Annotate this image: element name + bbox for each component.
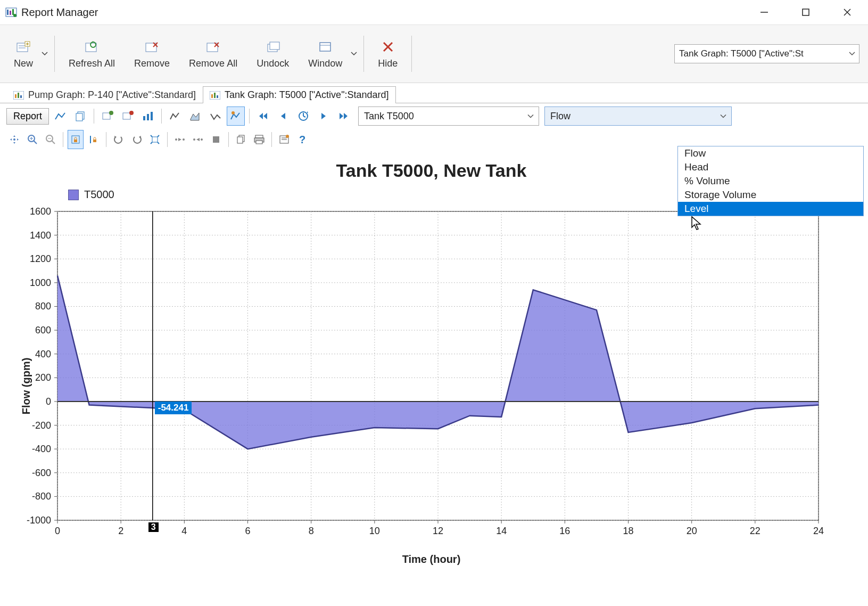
svg-text:4: 4 <box>181 526 187 536</box>
last-button[interactable] <box>335 107 353 126</box>
svg-rect-43 <box>147 114 149 120</box>
separator <box>54 36 55 72</box>
remove-icon <box>145 39 159 55</box>
chevron-down-icon <box>848 48 856 59</box>
new-dropdown[interactable] <box>39 25 50 83</box>
chart-plot[interactable]: Flow (gpm) -1000-800-600-400-20002004006… <box>10 206 853 566</box>
svg-text:-600: -600 <box>32 468 51 478</box>
report-button[interactable]: Report <box>6 108 49 125</box>
chart-svg: -1000-800-600-400-2000200400600800100012… <box>10 206 829 547</box>
svg-point-62 <box>175 138 177 141</box>
window-title: Report Manager <box>21 6 98 19</box>
svg-rect-2 <box>10 11 11 15</box>
nudge-left-button[interactable] <box>172 130 188 149</box>
svg-text:22: 22 <box>750 526 760 536</box>
svg-line-55 <box>52 141 55 144</box>
cursor-x-indicator: 3 <box>148 522 159 532</box>
svg-text:18: 18 <box>623 526 633 536</box>
cursor-tooltip: -54.241 <box>155 402 192 414</box>
help-button[interactable]: ? <box>294 130 310 149</box>
print-button[interactable] <box>251 130 267 149</box>
svg-rect-71 <box>256 141 262 144</box>
next-button[interactable] <box>315 107 333 126</box>
chart-type-1-button[interactable] <box>166 107 184 126</box>
window-dropdown[interactable] <box>349 25 359 83</box>
undock-button[interactable]: Undock <box>247 25 299 83</box>
dropdown-option[interactable]: % Volume <box>678 174 863 188</box>
add-series-button[interactable] <box>98 107 117 126</box>
pan-button[interactable] <box>6 130 22 149</box>
redo-zoom-button[interactable] <box>129 130 145 149</box>
tab-tank-graph[interactable]: Tank Graph: T5000 ["Active":Standard] <box>203 86 396 103</box>
remove-button[interactable]: Remove <box>125 25 179 83</box>
remove-all-button[interactable]: Remove All <box>179 25 247 83</box>
attribute-dropdown-list[interactable]: FlowHead% VolumeStorage VolumeLevel <box>677 146 864 216</box>
remove-series-button[interactable] <box>119 107 137 126</box>
chevron-down-icon <box>527 111 534 122</box>
new-label: New <box>14 58 33 69</box>
svg-point-41 <box>129 111 134 115</box>
dropdown-option[interactable]: Storage Volume <box>678 188 863 202</box>
zoom-extents-button[interactable] <box>147 130 163 149</box>
attribute-combo[interactable]: Flow <box>544 107 732 126</box>
report-tabs: Pump Graph: P-140 ["Active":Standard] Ta… <box>0 86 868 103</box>
svg-rect-40 <box>123 113 130 119</box>
minimize-button[interactable] <box>743 0 785 24</box>
separator <box>161 109 162 124</box>
window-button[interactable]: Window <box>299 25 352 83</box>
window-icon <box>318 39 332 55</box>
chart-type-2-button[interactable] <box>186 107 204 126</box>
line-chart-button[interactable] <box>51 107 69 126</box>
lock-y-button[interactable] <box>86 130 102 149</box>
copy-button[interactable] <box>233 130 249 149</box>
lock-x-button[interactable] <box>68 130 84 149</box>
nudge-right-button[interactable] <box>190 130 206 149</box>
report-selector-combo[interactable]: Tank Graph: T5000 ["Active":St <box>674 44 859 63</box>
prev-button[interactable] <box>274 107 292 126</box>
properties-button[interactable] <box>276 130 292 149</box>
app-icon <box>5 7 17 18</box>
element-combo[interactable]: Tank T5000 <box>358 107 539 126</box>
titlebar: Report Manager <box>0 0 868 24</box>
zoom-out-button[interactable] <box>43 130 59 149</box>
svg-rect-24 <box>320 43 330 51</box>
svg-text:20: 20 <box>687 526 697 536</box>
dropdown-option[interactable]: Flow <box>678 146 863 160</box>
chart-icon <box>13 91 24 100</box>
svg-point-64 <box>193 138 195 141</box>
svg-point-49 <box>13 138 15 141</box>
stop-button[interactable] <box>208 130 224 149</box>
tab-label: Tank Graph: T5000 ["Active":Standard] <box>225 89 389 101</box>
maximize-button[interactable] <box>785 0 826 24</box>
chart-type-4-button[interactable] <box>227 107 245 126</box>
tab-pump-graph[interactable]: Pump Graph: P-140 ["Active":Standard] <box>6 86 203 103</box>
refresh-all-button[interactable]: Refresh All <box>59 25 125 83</box>
svg-rect-33 <box>211 94 213 98</box>
legend-series-label: T5000 <box>84 189 114 201</box>
zoom-in-button[interactable] <box>24 130 40 149</box>
hide-icon <box>382 39 394 55</box>
svg-text:-200: -200 <box>32 420 51 431</box>
undo-zoom-button[interactable] <box>111 130 127 149</box>
svg-text:1600: 1600 <box>30 206 51 217</box>
hide-button[interactable]: Hide <box>368 25 407 83</box>
series-settings-button[interactable] <box>139 107 157 126</box>
ribbon-toolbar: New Refresh All Remove Remove All Undock… <box>0 24 868 83</box>
element-combo-value: Tank T5000 <box>364 111 414 122</box>
svg-rect-1 <box>7 10 9 15</box>
close-button[interactable] <box>826 0 868 24</box>
svg-rect-30 <box>18 93 19 98</box>
svg-line-48 <box>303 116 305 117</box>
dropdown-option[interactable]: Head <box>678 160 863 174</box>
report-selector-value: Tank Graph: T5000 ["Active":St <box>679 48 804 59</box>
undock-label: Undock <box>257 58 289 69</box>
dropdown-option[interactable]: Level <box>678 202 863 216</box>
svg-rect-6 <box>803 9 809 15</box>
first-button[interactable] <box>254 107 272 126</box>
new-button[interactable]: New <box>4 25 43 83</box>
chart-type-3-button[interactable] <box>206 107 225 126</box>
time-button[interactable] <box>294 107 312 126</box>
hide-label: Hide <box>378 58 398 69</box>
svg-rect-29 <box>15 94 16 98</box>
copy-chart-button[interactable] <box>71 107 89 126</box>
